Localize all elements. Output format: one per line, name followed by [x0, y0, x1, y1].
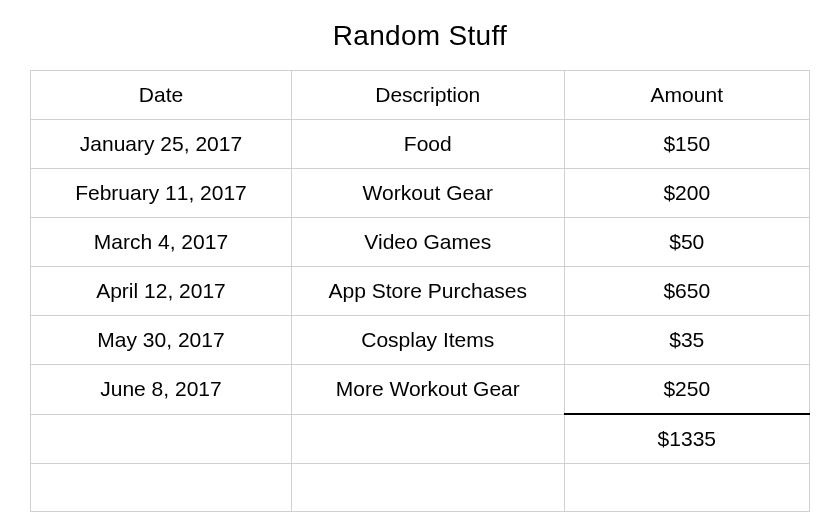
- table-row: February 11, 2017 Workout Gear $200: [31, 169, 810, 218]
- cell-description: Cosplay Items: [291, 316, 564, 365]
- table-row: May 30, 2017 Cosplay Items $35: [31, 316, 810, 365]
- cell-description: App Store Purchases: [291, 267, 564, 316]
- cell-date: March 4, 2017: [31, 218, 292, 267]
- cell-total-amount: $1335: [564, 414, 809, 464]
- cell-empty: [31, 414, 292, 464]
- cell-description: Video Games: [291, 218, 564, 267]
- cell-amount: $35: [564, 316, 809, 365]
- table-row: April 12, 2017 App Store Purchases $650: [31, 267, 810, 316]
- col-header-date: Date: [31, 71, 292, 120]
- table-header-row: Date Description Amount: [31, 71, 810, 120]
- cell-date: April 12, 2017: [31, 267, 292, 316]
- page-title: Random Stuff: [30, 20, 810, 52]
- expense-table: Date Description Amount January 25, 2017…: [30, 70, 810, 512]
- cell-empty: [564, 464, 809, 512]
- cell-amount: $50: [564, 218, 809, 267]
- cell-date: February 11, 2017: [31, 169, 292, 218]
- table-row: June 8, 2017 More Workout Gear $250: [31, 365, 810, 415]
- cell-amount: $250: [564, 365, 809, 415]
- col-header-amount: Amount: [564, 71, 809, 120]
- cell-empty: [291, 414, 564, 464]
- table-row-empty: [31, 464, 810, 512]
- cell-amount: $150: [564, 120, 809, 169]
- cell-description: More Workout Gear: [291, 365, 564, 415]
- cell-amount: $200: [564, 169, 809, 218]
- total-row: $1335: [31, 414, 810, 464]
- cell-date: June 8, 2017: [31, 365, 292, 415]
- table-row: January 25, 2017 Food $150: [31, 120, 810, 169]
- cell-empty: [31, 464, 292, 512]
- cell-date: May 30, 2017: [31, 316, 292, 365]
- table-row: March 4, 2017 Video Games $50: [31, 218, 810, 267]
- cell-description: Workout Gear: [291, 169, 564, 218]
- col-header-description: Description: [291, 71, 564, 120]
- cell-empty: [291, 464, 564, 512]
- cell-date: January 25, 2017: [31, 120, 292, 169]
- cell-amount: $650: [564, 267, 809, 316]
- cell-description: Food: [291, 120, 564, 169]
